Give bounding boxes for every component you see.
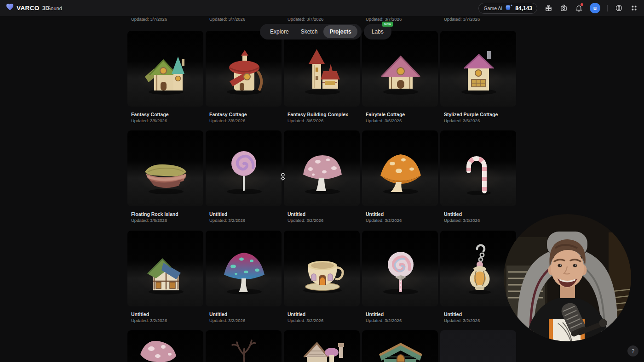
topbar-right-cluster: Game AI 84,143 — [478, 0, 638, 16]
project-card[interactable]: Fantasy CottageUpdated: 3/6/2026 — [206, 31, 282, 124]
project-card[interactable]: UntitledUpdated: 3/2/2026 — [362, 231, 438, 323]
project-card[interactable]: UntitledUpdated: 3/2/2026 — [206, 231, 282, 323]
project-card[interactable]: Floating Rock IslandUpdated: 3/6/2026 — [127, 130, 203, 223]
partial-top-row-dates: Updated: 3/7/2026Updated: 3/7/2026Update… — [127, 17, 516, 22]
project-card[interactable]: Stylized Purple CottageUpdated: 3/6/2026 — [440, 31, 516, 124]
topbar-divider — [607, 5, 608, 11]
project-title: Untitled — [206, 311, 282, 317]
project-row: Fantasy CottageUpdated: 3/6/2026Fantasy … — [127, 31, 516, 124]
tab-labs-label: Labs — [372, 28, 384, 35]
main-tab-group: Explore Sketch Projects — [260, 24, 362, 40]
project-updated-date: Updated: 3/7/2026 — [284, 17, 360, 22]
project-card[interactable] — [206, 330, 282, 362]
thumbnail-tower-complex — [284, 31, 360, 107]
thumbnail-mushroom-blue — [206, 231, 282, 306]
thumbnail-cottage-red-dome — [206, 31, 282, 107]
project-updated-date: Updated: 3/6/2026 — [440, 118, 516, 124]
project-card[interactable]: UntitledUpdated: 3/2/2026 — [440, 130, 516, 223]
project-updated-date: Updated: 3/2/2026 — [362, 218, 438, 223]
project-card[interactable]: Fairytale CottageUpdated: 3/6/2026 — [362, 31, 438, 124]
project-card[interactable]: Fantasy Building ComplexUpdated: 3/6/202… — [284, 31, 360, 124]
question-icon: ? — [632, 348, 634, 354]
project-card[interactable] — [284, 330, 360, 362]
project-updated-date: Updated: 3/6/2026 — [206, 118, 282, 124]
project-updated-date: Updated: 3/2/2026 — [206, 218, 282, 223]
thumbnail-mushroom-cap-top — [127, 330, 203, 362]
notification-dot — [581, 3, 583, 6]
project-updated-date: Updated: 3/7/2026 — [127, 17, 203, 22]
presenter-webcam-circle — [504, 214, 631, 341]
thumbnail-rock-island — [127, 130, 203, 206]
game-ai-label: Game AI — [483, 6, 502, 11]
project-card[interactable] — [127, 330, 203, 362]
tab-labs[interactable]: Labs New — [364, 24, 391, 40]
project-row: UntitledUpdated: 3/2/2026UntitledUpdated… — [127, 231, 516, 323]
project-title: Stylized Purple Cottage — [440, 112, 516, 117]
project-updated-date: Updated: 3/2/2026 — [284, 318, 360, 323]
project-updated-date: Updated: 3/2/2026 — [127, 318, 203, 323]
project-card[interactable]: UntitledUpdated: 3/2/2026 — [362, 130, 438, 223]
project-title: Untitled — [362, 311, 438, 317]
heart-logo-icon — [6, 4, 14, 12]
thumbnail-mushroom-orange — [362, 130, 438, 206]
project-title: Fantasy Building Complex — [284, 112, 360, 117]
project-updated-date: Updated: 3/2/2026 — [206, 318, 282, 323]
bag-icon[interactable] — [559, 4, 568, 12]
globe-icon[interactable] — [615, 4, 623, 12]
thumbnail-lollipop-swirl — [362, 231, 438, 306]
project-updated-date: Updated: 3/6/2026 — [127, 118, 203, 124]
thumbnail-cottage-mushroom — [284, 330, 360, 362]
tab-sketch[interactable]: Sketch — [295, 24, 324, 40]
thumbnail-cottage-green-teal — [127, 31, 203, 107]
help-button[interactable]: ? — [627, 345, 638, 356]
labs-new-badge: New — [382, 22, 392, 27]
project-card[interactable]: UntitledUpdated: 3/2/2026 — [284, 130, 360, 223]
project-updated-date: Updated: 3/6/2026 — [127, 218, 203, 223]
project-card[interactable]: UntitledUpdated: 3/2/2026 — [206, 130, 282, 223]
apps-grid-icon[interactable] — [630, 4, 638, 12]
project-updated-date: Updated: 3/6/2026 — [362, 118, 438, 124]
brand-logo[interactable]: VARCO 3D — [6, 0, 49, 16]
thumbnail-purple-cottage — [440, 31, 516, 107]
coin-stack-icon — [505, 4, 512, 12]
project-title: Untitled — [284, 211, 360, 217]
project-updated-date: Updated: 3/7/2026 — [206, 17, 282, 22]
credits-count: 84,143 — [515, 5, 532, 11]
project-updated-date: Updated: 3/2/2026 — [362, 318, 438, 323]
project-updated-date: Updated: 3/6/2026 — [284, 118, 360, 124]
project-row: Floating Rock IslandUpdated: 3/6/2026Unt… — [127, 130, 516, 223]
project-title: Untitled — [127, 311, 203, 317]
thumbnail-candy-cane — [440, 130, 516, 206]
gift-icon[interactable] — [544, 4, 552, 12]
project-title: Untitled — [206, 211, 282, 217]
user-avatar[interactable]: u — [590, 3, 600, 13]
project-row-partial — [127, 330, 516, 362]
tab-projects[interactable]: Projects — [323, 25, 357, 38]
thumbnail-teacup-house — [284, 231, 360, 306]
project-updated-date: Updated: 3/7/2026 — [440, 17, 516, 22]
bell-icon[interactable] — [575, 4, 583, 12]
varco-3d-app: VARCO 3D Sound Game AI 84,143 — [0, 0, 644, 362]
thumbnail-fairytale-cottage — [362, 31, 438, 107]
project-updated-date: Updated: 3/2/2026 — [284, 218, 360, 223]
thumbnail-green-roof-top — [362, 330, 438, 362]
menu-item-sound[interactable]: Sound — [47, 0, 62, 16]
project-title: Fantasy Cottage — [206, 112, 282, 117]
project-card[interactable]: UntitledUpdated: 3/2/2026 — [284, 231, 360, 323]
brand-name: VARCO — [17, 5, 40, 11]
view-tabs: Explore Sketch Projects Labs New — [260, 24, 391, 40]
project-title: Fantasy Cottage — [127, 112, 203, 117]
project-card[interactable]: Fantasy CottageUpdated: 3/6/2026 — [127, 31, 203, 124]
top-bar: VARCO 3D Sound Game AI 84,143 — [0, 0, 644, 16]
thumbnail-bare-branches — [206, 330, 282, 362]
project-title: Untitled — [362, 211, 438, 217]
project-title: Untitled — [284, 311, 360, 317]
thumbnail-lollipop-pink — [206, 130, 282, 206]
project-title: Floating Rock Island — [127, 211, 203, 217]
project-updated-date: Updated: 3/7/2026 — [362, 17, 438, 22]
project-card[interactable]: UntitledUpdated: 3/2/2026 — [127, 231, 203, 323]
game-ai-credits-pill[interactable]: Game AI 84,143 — [478, 3, 537, 14]
tab-explore[interactable]: Explore — [264, 24, 295, 40]
thumbnail-mushroom-pink — [284, 130, 360, 206]
project-card[interactable] — [362, 330, 438, 362]
